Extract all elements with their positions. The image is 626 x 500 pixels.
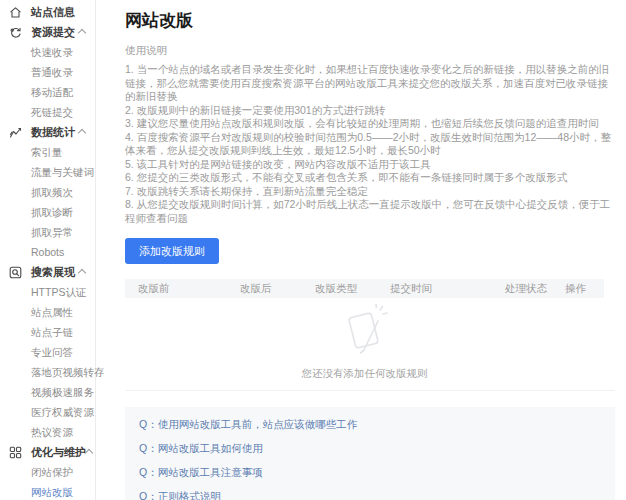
empty-paper-pencil-icon <box>336 344 394 361</box>
search-display-icon <box>9 266 22 279</box>
instruction-item: 3. 建议您尽量使用站点改版和规则改版，会有比较短的处理周期，也缩短后续您反馈问… <box>125 117 615 131</box>
sidebar-section-label: 搜索展现 <box>31 265 79 280</box>
sidebar-item[interactable]: 快速收录 <box>0 42 95 62</box>
instruction-item: 5. 该工具针对的是网站链接的改变，网站内容改版不适用于该工具 <box>125 158 615 172</box>
chevron-up-icon[interactable] <box>85 449 93 457</box>
instruction-item: 1. 当一个站点的域名或者目录发生变化时，如果想让百度快速收录变化之后的新链接，… <box>125 63 615 104</box>
sidebar-section-label: 数据统计 <box>31 125 79 140</box>
sidebar-section-label: 站点信息 <box>31 5 88 20</box>
sidebar-section-header[interactable]: 站点信息 <box>0 2 95 22</box>
sidebar-section-header[interactable]: 资源提交 <box>0 22 95 42</box>
instruction-item: 7. 改版跳转关系请长期保持，直到新站流量完全稳定 <box>125 185 615 199</box>
grid-icon <box>9 446 22 459</box>
faq-link[interactable]: Q：网站改版工具注意事项 <box>139 466 605 478</box>
sidebar-item[interactable]: 闭站保护 <box>0 462 95 482</box>
home-icon <box>9 6 22 19</box>
section-divider <box>125 390 615 391</box>
main-content: 网站改版 使用说明 1. 当一个站点的域名或者目录发生变化时，如果想让百度快速收… <box>97 0 626 500</box>
sidebar-item[interactable]: 抓取频次 <box>0 182 95 202</box>
chevron-up-icon[interactable] <box>78 269 86 277</box>
column-header: 处理状态 <box>505 282 565 296</box>
faq-link[interactable]: Q：正则格式说明 <box>139 490 605 500</box>
sidebar-item[interactable]: 移动适配 <box>0 82 95 102</box>
sidebar-item[interactable]: 医疗权威资源 <box>0 402 95 422</box>
sidebar-item[interactable]: 专业问答 <box>0 342 95 362</box>
sidebar-item[interactable]: 网站改版 <box>0 482 95 500</box>
chart-icon <box>9 126 22 139</box>
sidebar-section-header[interactable]: 数据统计 <box>0 122 95 142</box>
sidebar-nav: 站点信息资源提交快速收录普通收录移动适配死链提交数据统计索引量流量与关键词抓取频… <box>0 0 96 500</box>
sidebar-item[interactable]: 视频极速服务 <box>0 382 95 402</box>
instruction-item: 4. 百度搜索资源平台对改版规则的校验时间范围为0.5——2小时，改版生效时间范… <box>125 131 615 158</box>
chevron-up-icon[interactable] <box>78 129 86 137</box>
sidebar-item[interactable]: HTTPS认证 <box>0 282 95 302</box>
column-header: 提交时间 <box>390 282 505 296</box>
page-title: 网站改版 <box>125 9 615 32</box>
instruction-item: 8. 从您提交改版规则时间计算，如72小时后线上状态一直提示改版中，您可在反馈中… <box>125 198 615 225</box>
empty-state-text: 您还没有添加任何改版规则 <box>125 367 604 381</box>
faq-link[interactable]: Q：网站改版工具如何使用 <box>139 442 605 454</box>
faq-link[interactable]: Q：使用网站改版工具前，站点应该做哪些工作 <box>139 418 605 430</box>
sidebar-item[interactable]: 普通收录 <box>0 62 95 82</box>
column-header: 改版前 <box>138 282 240 296</box>
empty-state: 您还没有添加任何改版规则 <box>125 298 604 381</box>
instruction-list: 1. 当一个站点的域名或者目录发生变化时，如果想让百度快速收录变化之后的新链接，… <box>125 63 615 225</box>
submit-icon <box>9 26 22 39</box>
sidebar-section-header[interactable]: 优化与维护 <box>0 442 95 462</box>
column-header: 操作 <box>565 282 604 296</box>
sidebar-item[interactable]: 死链提交 <box>0 102 95 122</box>
sidebar-item[interactable]: 热议资源 <box>0 422 95 442</box>
rules-table-header: 改版前改版后改版类型提交时间处理状态操作 <box>125 279 604 298</box>
sidebar-item[interactable]: 流量与关键词 <box>0 162 95 182</box>
sidebar-item[interactable]: 落地页视频转存 <box>0 362 95 382</box>
sidebar-item[interactable]: 索引量 <box>0 142 95 162</box>
chevron-up-icon[interactable] <box>78 29 86 37</box>
add-rule-button[interactable]: 添加改版规则 <box>125 238 219 264</box>
sidebar-item[interactable]: 抓取诊断 <box>0 202 95 222</box>
sidebar-item[interactable]: 抓取异常 <box>0 222 95 242</box>
faq-panel: Q：使用网站改版工具前，站点应该做哪些工作Q：网站改版工具如何使用Q：网站改版工… <box>125 407 615 500</box>
sidebar-item[interactable]: Robots <box>0 242 95 262</box>
usage-title: 使用说明 <box>125 44 615 58</box>
instruction-item: 2. 改版规则中的新旧链接一定要使用301的方式进行跳转 <box>125 104 615 118</box>
instruction-item: 6. 您提交的三类改版形式，不能有交叉或者包含关系，即不能有一条链接同时属于多个… <box>125 171 615 185</box>
sidebar-item[interactable]: 站点属性 <box>0 302 95 322</box>
sidebar-section-label: 资源提交 <box>31 25 79 40</box>
column-header: 改版后 <box>240 282 315 296</box>
sidebar-item[interactable]: 站点子链 <box>0 322 95 342</box>
column-header: 改版类型 <box>315 282 390 296</box>
sidebar-section-label: 优化与维护 <box>31 445 86 460</box>
sidebar-section-header[interactable]: 搜索展现 <box>0 262 95 282</box>
